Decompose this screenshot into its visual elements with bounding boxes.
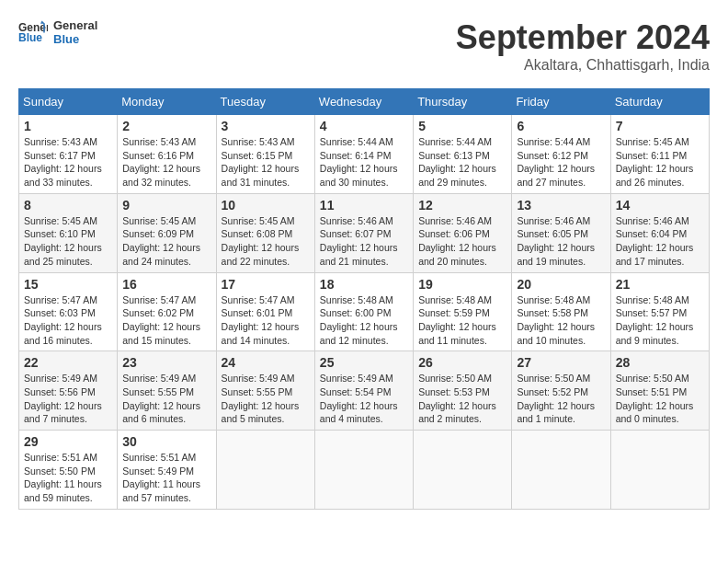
cell-sep14: 14 Sunrise: 5:46 AMSunset: 6:04 PMDaylig… (610, 193, 709, 272)
cell-sep26: 26 Sunrise: 5:50 AMSunset: 5:53 PMDaylig… (414, 351, 512, 431)
title-block: September 2024 Akaltara, Chhattisgarh, I… (456, 18, 710, 74)
cell-sep10: 10 Sunrise: 5:45 AMSunset: 6:08 PMDaylig… (216, 193, 314, 272)
col-tuesday: Tuesday (216, 89, 314, 115)
logo-icon: General Blue (18, 19, 48, 45)
cell-sep9: 9 Sunrise: 5:45 AMSunset: 6:09 PMDayligh… (118, 193, 216, 272)
cell-sep13: 13 Sunrise: 5:46 AMSunset: 6:05 PMDaylig… (512, 193, 610, 272)
cell-sep21: 21 Sunrise: 5:48 AMSunset: 5:57 PMDaylig… (610, 272, 709, 351)
cell-empty-3 (414, 431, 512, 510)
cell-sep15: 15 Sunrise: 5:47 AMSunset: 6:03 PMDaylig… (19, 272, 118, 351)
logo: General Blue General Blue (18, 18, 97, 46)
month-title: September 2024 (456, 18, 710, 57)
cell-sep5: 5 Sunrise: 5:44 AMSunset: 6:13 PMDayligh… (414, 115, 512, 194)
cell-empty-5 (610, 431, 709, 510)
cell-sep29: 29 Sunrise: 5:51 AMSunset: 5:50 PMDaylig… (19, 431, 118, 510)
table-row: 15 Sunrise: 5:47 AMSunset: 6:03 PMDaylig… (19, 272, 710, 351)
cell-empty-1 (216, 431, 314, 510)
cell-sep18: 18 Sunrise: 5:48 AMSunset: 6:00 PMDaylig… (314, 272, 413, 351)
cell-sep2: 2 Sunrise: 5:43 AMSunset: 6:16 PMDayligh… (118, 115, 216, 194)
cell-sep28: 28 Sunrise: 5:50 AMSunset: 5:51 PMDaylig… (610, 351, 709, 431)
cell-sep20: 20 Sunrise: 5:48 AMSunset: 5:58 PMDaylig… (512, 272, 610, 351)
col-friday: Friday (512, 89, 610, 115)
cell-sep19: 19 Sunrise: 5:48 AMSunset: 5:59 PMDaylig… (414, 272, 512, 351)
cell-sep23: 23 Sunrise: 5:49 AMSunset: 5:55 PMDaylig… (118, 351, 216, 431)
cell-sep25: 25 Sunrise: 5:49 AMSunset: 5:54 PMDaylig… (314, 351, 413, 431)
col-wednesday: Wednesday (314, 89, 413, 115)
table-row: 8 Sunrise: 5:45 AMSunset: 6:10 PMDayligh… (19, 193, 710, 272)
col-thursday: Thursday (414, 89, 512, 115)
cell-sep6: 6 Sunrise: 5:44 AMSunset: 6:12 PMDayligh… (512, 115, 610, 194)
cell-sep30: 30 Sunrise: 5:51 AMSunset: 5:49 PMDaylig… (118, 431, 216, 510)
cell-sep12: 12 Sunrise: 5:46 AMSunset: 6:06 PMDaylig… (414, 193, 512, 272)
svg-text:Blue: Blue (18, 31, 42, 44)
col-saturday: Saturday (610, 89, 709, 115)
cell-empty-2 (314, 431, 413, 510)
calendar-table: Sunday Monday Tuesday Wednesday Thursday… (18, 88, 710, 510)
cell-sep24: 24 Sunrise: 5:49 AMSunset: 5:55 PMDaylig… (216, 351, 314, 431)
cell-sep11: 11 Sunrise: 5:46 AMSunset: 6:07 PMDaylig… (314, 193, 413, 272)
table-row: 22 Sunrise: 5:49 AMSunset: 5:56 PMDaylig… (19, 351, 710, 431)
cell-sep3: 3 Sunrise: 5:43 AMSunset: 6:15 PMDayligh… (216, 115, 314, 194)
col-sunday: Sunday (19, 89, 118, 115)
logo-blue: Blue (53, 32, 97, 46)
cell-sep7: 7 Sunrise: 5:45 AMSunset: 6:11 PMDayligh… (610, 115, 709, 194)
cell-sep27: 27 Sunrise: 5:50 AMSunset: 5:52 PMDaylig… (512, 351, 610, 431)
cell-sep16: 16 Sunrise: 5:47 AMSunset: 6:02 PMDaylig… (118, 272, 216, 351)
cell-sep8: 8 Sunrise: 5:45 AMSunset: 6:10 PMDayligh… (19, 193, 118, 272)
location-title: Akaltara, Chhattisgarh, India (456, 57, 710, 74)
cell-sep22: 22 Sunrise: 5:49 AMSunset: 5:56 PMDaylig… (19, 351, 118, 431)
cell-empty-4 (512, 431, 610, 510)
cell-sep1: 1 Sunrise: 5:43 AMSunset: 6:17 PMDayligh… (19, 115, 118, 194)
table-row: 29 Sunrise: 5:51 AMSunset: 5:50 PMDaylig… (19, 431, 710, 510)
table-row: 1 Sunrise: 5:43 AMSunset: 6:17 PMDayligh… (19, 115, 710, 194)
page-header: General Blue General Blue September 2024… (18, 18, 710, 74)
logo-general: General (53, 18, 97, 32)
cell-sep17: 17 Sunrise: 5:47 AMSunset: 6:01 PMDaylig… (216, 272, 314, 351)
cell-sep4: 4 Sunrise: 5:44 AMSunset: 6:14 PMDayligh… (314, 115, 413, 194)
col-monday: Monday (118, 89, 216, 115)
